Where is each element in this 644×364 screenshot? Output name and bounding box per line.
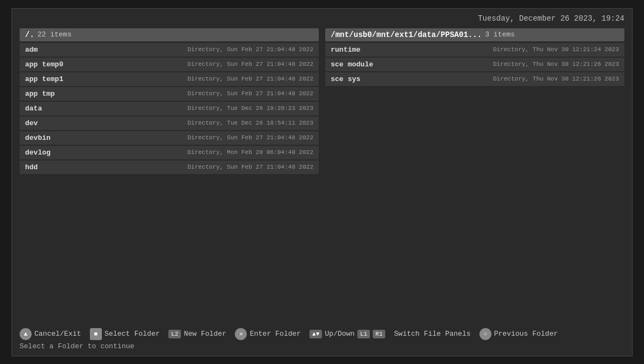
file-meta: Directory, Sun Feb 27 21:04:48 2022: [187, 164, 313, 170]
select-folder-label: Select Folder: [105, 330, 160, 338]
select-folder-control[interactable]: ■ Select Folder: [90, 328, 160, 340]
l1-icon: L1: [357, 330, 370, 338]
file-meta: Directory, Thu Nov 30 12:21:26 2023: [493, 76, 619, 82]
file-meta: Directory, Tue Dec 26 19:20:23 2023: [187, 105, 313, 112]
table-row[interactable]: devbin Directory, Sun Feb 27 21:04:48 20…: [20, 131, 319, 145]
previous-folder-control[interactable]: ○ Previous Folder: [479, 328, 558, 340]
file-meta: Directory, Thu Nov 30 12:21:26 2023: [493, 61, 619, 67]
circle-icon: ○: [479, 328, 491, 340]
left-panel-path: /.: [25, 30, 34, 39]
right-panel-path: /mnt/usb0/mnt/ext1/data/PPSA01...: [331, 30, 482, 39]
table-row[interactable]: app tmp Directory, Sun Feb 27 21:04:48 2…: [20, 87, 319, 101]
file-name: app temp1: [25, 75, 63, 83]
file-name: sce module: [331, 60, 373, 69]
cancel-exit-control[interactable]: ▲ Cancel/Exit: [20, 328, 81, 340]
left-panel: /. 22 items adm Directory, Sun Feb 27 21…: [20, 28, 319, 324]
enter-folder-control[interactable]: ✕ Enter Folder: [235, 328, 301, 340]
file-name: app tmp: [25, 90, 55, 98]
file-name: runtime: [331, 46, 361, 54]
top-bar: Tuesday, December 26 2023, 19:24: [20, 14, 624, 23]
file-name: hdd: [25, 163, 38, 171]
new-folder-control[interactable]: L2 New Folder: [168, 330, 226, 338]
previous-folder-label: Previous Folder: [494, 330, 558, 338]
left-file-list: adm Directory, Sun Feb 27 21:04:48 2022 …: [20, 43, 319, 174]
table-row[interactable]: adm Directory, Sun Feb 27 21:04:48 2022: [20, 43, 319, 57]
file-meta: Directory, Sun Feb 27 21:04:48 2022: [187, 90, 313, 97]
table-row[interactable]: devlog Directory, Mon Feb 28 06:04:48 20…: [20, 146, 319, 159]
cross-icon: ✕: [235, 328, 247, 340]
new-folder-label: New Folder: [184, 330, 226, 338]
file-name: adm: [25, 46, 38, 54]
file-name: app temp0: [25, 60, 63, 69]
table-row[interactable]: runtime Directory, Thu Nov 30 12:21:24 2…: [325, 43, 624, 57]
panels: /. 22 items adm Directory, Sun Feb 27 21…: [20, 28, 624, 324]
right-panel: /mnt/usb0/mnt/ext1/data/PPSA01... 3 item…: [325, 28, 624, 324]
switch-panels-label: Switch File Panels: [394, 330, 470, 338]
file-name: devbin: [25, 134, 51, 142]
file-meta: Directory, Mon Feb 28 06:04:48 2022: [187, 149, 313, 156]
file-meta: Directory, Tue Dec 26 18:54:11 2023: [187, 120, 313, 126]
table-row[interactable]: sce sys Directory, Thu Nov 30 12:21:26 2…: [325, 72, 624, 86]
file-meta: Directory, Thu Nov 30 12:21:24 2023: [493, 46, 619, 53]
enter-folder-label: Enter Folder: [250, 330, 301, 338]
right-panel-header: /mnt/usb0/mnt/ext1/data/PPSA01... 3 item…: [325, 28, 624, 41]
square-icon: ■: [90, 328, 102, 340]
r1-icon: R1: [373, 330, 385, 338]
up-down-label: Up/Down: [325, 330, 355, 338]
table-row[interactable]: dev Directory, Tue Dec 26 18:54:11 2023: [20, 116, 319, 130]
left-panel-header: /. 22 items: [20, 28, 319, 41]
right-file-list: runtime Directory, Thu Nov 30 12:21:24 2…: [325, 43, 624, 86]
file-name: dev: [25, 119, 38, 127]
file-meta: Directory, Sun Feb 27 21:04:48 2022: [187, 76, 313, 82]
right-panel-item-count: 3 items: [485, 30, 515, 39]
datetime: Tuesday, December 26 2023, 19:24: [478, 14, 624, 23]
table-row[interactable]: data Directory, Tue Dec 26 19:20:23 2023: [20, 102, 319, 115]
file-meta: Directory, Sun Feb 27 21:04:48 2022: [187, 134, 313, 141]
bottom-bar: ▲ Cancel/Exit ■ Select Folder L2 New Fol…: [20, 328, 624, 350]
file-name: data: [25, 104, 42, 113]
cancel-exit-label: Cancel/Exit: [34, 330, 81, 338]
controls: ▲ Cancel/Exit ■ Select Folder L2 New Fol…: [20, 328, 558, 340]
file-meta: Directory, Sun Feb 27 21:04:48 2022: [187, 46, 313, 53]
continue-hint: Select a Folder to continue: [20, 342, 135, 350]
file-meta: Directory, Sun Feb 27 21:04:48 2022: [187, 61, 313, 67]
table-row[interactable]: sce module Directory, Thu Nov 30 12:21:2…: [325, 58, 624, 71]
table-row[interactable]: hdd Directory, Sun Feb 27 21:04:48 2022: [20, 161, 319, 174]
file-name: sce sys: [331, 75, 361, 83]
left-panel-item-count: 22 items: [38, 30, 71, 39]
app-window: Tuesday, December 26 2023, 19:24 /. 22 i…: [11, 8, 633, 356]
l2-icon: L2: [168, 330, 181, 338]
up-down-control[interactable]: ▲▼ Up/Down L1 R1: [309, 330, 385, 338]
file-name: devlog: [25, 149, 51, 157]
table-row[interactable]: app temp0 Directory, Sun Feb 27 21:04:48…: [20, 58, 319, 71]
triangle-icon: ▲: [20, 328, 32, 340]
dpad-icon: ▲▼: [309, 330, 322, 338]
table-row[interactable]: app temp1 Directory, Sun Feb 27 21:04:48…: [20, 72, 319, 86]
switch-panels-control[interactable]: Switch File Panels: [394, 330, 470, 338]
